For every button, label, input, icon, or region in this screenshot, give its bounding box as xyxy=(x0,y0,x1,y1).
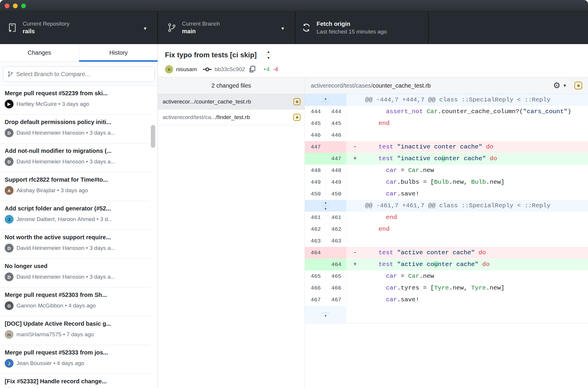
commit-header: Fix typo from tests [ci skip] ▲·····▼ n … xyxy=(158,44,588,77)
commit-list-item[interactable]: Not worth the active support require...D… xyxy=(0,230,150,259)
expand-commit-summary-icon[interactable]: ▲·····▼ xyxy=(264,50,273,60)
commit-meta: DDavid Heinemeier Hansson • 3 days a... xyxy=(5,128,150,137)
commit-hash: bb33c5c902 xyxy=(215,66,245,73)
diff-code: assert_not Car.counter_cache_column?("ca… xyxy=(364,106,588,118)
diff-code: car.save! xyxy=(364,188,588,200)
line-number-new: 464 xyxy=(326,259,346,270)
chevron-down-icon: ▼ xyxy=(563,83,567,88)
commit-list-item[interactable]: Merge pull request #52303 from Sh...GGan… xyxy=(0,287,150,316)
diff-row: 445445 end xyxy=(305,118,588,129)
diff-code: car.bulbs = [Bulb.new, Bulb.new] xyxy=(364,176,588,188)
commit-meta: DDavid Heinemeier Hansson • 3 days a... xyxy=(5,272,150,281)
expand-hunk-icon[interactable]: ▲·····▼ xyxy=(322,201,330,210)
code-token: Car xyxy=(408,167,419,174)
code-token: .new, xyxy=(449,285,471,291)
code-token: .new] xyxy=(486,179,505,185)
code-token: car xyxy=(386,190,397,197)
hunk-header-text: @@ -444,7 +444,7 @@ class ::SpecialReply… xyxy=(346,94,588,106)
code-token: Bulb xyxy=(434,179,449,185)
code-token: do xyxy=(479,249,486,256)
code-token xyxy=(393,249,397,256)
code-token: ) xyxy=(567,108,571,115)
diff-marker: - xyxy=(346,141,364,153)
commit-title: Drop default permissions policy initi... xyxy=(5,119,150,126)
file-path-name: activerecor.../counter_cache_test.rb xyxy=(163,98,251,105)
commit-list-item[interactable]: Support rfc2822 format for Time#to...AAk… xyxy=(0,172,150,201)
commit-meta-text: David Heinemeier Hansson • 3 days a... xyxy=(16,158,115,165)
toolbar: Current Repository rails ▼ Current Branc… xyxy=(0,11,588,44)
line-number-old: 464 xyxy=(305,247,326,259)
avatar: m xyxy=(5,330,14,339)
file-row[interactable]: activerecor.../counter_cache_test.rb xyxy=(158,94,305,110)
code-token xyxy=(364,190,386,197)
commit-list-item[interactable]: Add script folder and generator (#52...J… xyxy=(0,201,150,230)
commit-list-item[interactable]: [DOC] Update Active Record basic g...mma… xyxy=(0,316,150,345)
diff-marker xyxy=(346,176,364,188)
line-number-new: 465 xyxy=(326,270,346,282)
tab-changes[interactable]: Changes xyxy=(0,44,79,61)
branch-compare-area: Select Branch to Compare... xyxy=(0,62,158,86)
branch-compare-input[interactable]: Select Branch to Compare... xyxy=(3,66,155,82)
commit-meta-text: maniSHarma7575 • 7 days ago xyxy=(16,331,94,338)
commit-list-item[interactable]: No longer usedDDavid Heinemeier Hansson … xyxy=(0,259,150,287)
diff-marker xyxy=(346,106,364,118)
line-number-old: 447 xyxy=(305,141,326,153)
repo-label: Current Repository xyxy=(23,20,69,27)
commit-list-item[interactable]: Merge pull request #52333 from jos...JJe… xyxy=(0,345,150,374)
code-token xyxy=(364,249,378,256)
close-window-button[interactable] xyxy=(5,4,9,8)
diff-row: 444444 assert_not Car.counter_cache_colu… xyxy=(305,106,588,118)
diff-code: car.tyres = [Tyre.new, Tyre.new] xyxy=(364,282,588,294)
arrow-down-icon: ▼ xyxy=(324,314,327,317)
expand-hunk-icon[interactable]: ·····▼ xyxy=(322,311,330,317)
commit-list: Merge pull request #52239 from ski...▶Ha… xyxy=(0,86,150,388)
code-token: Bulb xyxy=(471,179,486,185)
code-token: = xyxy=(397,273,408,280)
lines-added: +4 xyxy=(263,66,270,73)
diff-code: test "active counter cache" do xyxy=(364,259,588,270)
line-number-old: 450 xyxy=(305,188,326,200)
commit-list-item[interactable]: [Fix #52332] Handle record change... xyxy=(0,374,150,388)
current-branch-dropdown[interactable]: Current Branch main ▼ xyxy=(158,11,295,44)
diff-options-button[interactable]: ⚙ ▼ xyxy=(553,81,567,90)
branch-name: main xyxy=(182,28,220,35)
commit-list-item[interactable]: Add not-null modifier to migrations (...… xyxy=(0,143,150,172)
commit-list-item[interactable]: Drop default permissions policy initi...… xyxy=(0,115,150,143)
line-number-old: 448 xyxy=(305,165,326,176)
expand-hunk-icon[interactable]: ▲····· xyxy=(322,97,330,103)
current-repository-dropdown[interactable]: Current Repository rails ▼ xyxy=(0,11,158,44)
line-number-new xyxy=(326,141,346,153)
commit-list-scrollbar[interactable] xyxy=(151,125,155,148)
file-row[interactable]: activerecord/test/ca.../finder_test.rb xyxy=(158,110,305,125)
code-token xyxy=(364,167,386,174)
code-token xyxy=(482,143,486,150)
tab-changes-label: Changes xyxy=(28,49,51,56)
diff-marker xyxy=(346,118,364,129)
code-token xyxy=(364,143,378,150)
code-token xyxy=(475,249,479,256)
diff-marker xyxy=(346,129,364,141)
minimize-window-button[interactable] xyxy=(13,4,18,8)
diff-row: 464- test "active conter cache" do xyxy=(305,247,588,259)
commit-meta-text: Jerome Dalbert, Haroon Ahmed • 3 d... xyxy=(16,216,113,223)
line-number-old: 462 xyxy=(305,223,326,235)
code-token xyxy=(364,155,378,162)
branch-label: Current Branch xyxy=(182,20,220,27)
tab-history[interactable]: History xyxy=(79,44,158,61)
modified-file-icon xyxy=(574,82,582,89)
code-token: test xyxy=(378,155,393,162)
line-number-new: 467 xyxy=(326,294,346,306)
fetch-origin-button[interactable]: Fetch origin Last fetched 15 minutes ago xyxy=(296,11,429,44)
diff-code: end xyxy=(364,223,588,235)
commit-title: Add script folder and generator (#52... xyxy=(5,205,150,212)
commit-meta: DDavid Heinemeier Hansson • 3 days a... xyxy=(5,244,150,252)
line-number-new: 462 xyxy=(326,223,346,235)
diff-marker xyxy=(346,223,364,235)
code-token xyxy=(364,179,386,185)
maximize-window-button[interactable] xyxy=(21,4,26,8)
commit-list-item[interactable]: Merge pull request #52239 from ski...▶Ha… xyxy=(0,86,150,115)
diff-code: test "inactive conter cache" do xyxy=(364,141,588,153)
line-number-old xyxy=(305,153,326,165)
code-token: Tyre xyxy=(434,285,449,291)
copy-icon[interactable] xyxy=(248,65,256,73)
